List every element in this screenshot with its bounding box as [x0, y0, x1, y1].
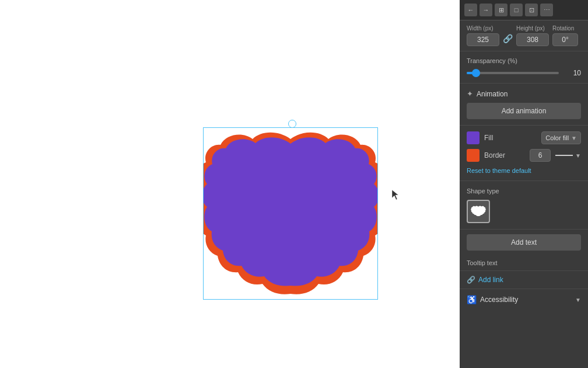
dimensions-section: Width (px) 🔗 Height (px) Rotation	[460, 20, 588, 51]
add-text-button[interactable]: Add text	[467, 234, 581, 251]
width-input[interactable]	[467, 33, 499, 46]
add-animation-button[interactable]: Add animation	[467, 103, 581, 119]
link-dimensions-icon[interactable]: 🔗	[503, 34, 513, 43]
rotation-input[interactable]	[552, 33, 578, 46]
border-row: Border ▼	[467, 149, 581, 162]
panel-toolbar: ← → ⊞ □ ⊡ ⋯	[460, 0, 588, 20]
toolbar-back-btn[interactable]: ←	[464, 4, 477, 16]
cloud-shape-icon	[471, 205, 486, 218]
transparency-value: 10	[564, 69, 581, 77]
add-link-button[interactable]: 🔗 Add link	[467, 276, 503, 284]
toolbar-grid-btn[interactable]: ⊞	[495, 4, 508, 16]
height-group: Height (px)	[516, 25, 549, 46]
toolbar-more-btn[interactable]: ⋯	[540, 4, 553, 16]
right-panel: ← → ⊞ □ ⊡ ⋯ Width (px) 🔗 Height (px) Rot…	[460, 0, 588, 368]
fill-type-dropdown[interactable]: Color fill ▼	[541, 131, 581, 144]
border-style-chevron: ▼	[575, 152, 581, 159]
link-icon: 🔗	[467, 276, 475, 284]
width-label: Width (px)	[467, 25, 499, 32]
rotation-group: Rotation	[552, 25, 578, 46]
reset-theme-button[interactable]: Reset to theme default	[467, 167, 531, 174]
canvas-area	[0, 0, 460, 368]
transparency-slider-track[interactable]	[467, 72, 559, 74]
fill-type-chevron: ▼	[571, 135, 577, 141]
fill-label: Fill	[484, 134, 537, 142]
animation-label: Animation	[477, 90, 508, 98]
add-link-row: 🔗 Add link	[460, 271, 588, 289]
border-color-swatch[interactable]	[467, 149, 480, 162]
cursor-icon	[392, 190, 399, 200]
shape-type-section: Shape type	[460, 181, 588, 230]
toolbar-align-btn[interactable]: ⊡	[525, 4, 538, 16]
cloud-shape[interactable]	[203, 127, 378, 300]
shape-cloud-button[interactable]	[467, 200, 490, 223]
accessibility-chevron: ▼	[575, 297, 581, 303]
toolbar-forward-btn[interactable]: →	[480, 4, 492, 16]
accessibility-label: Accessibility	[480, 296, 572, 304]
add-link-label: Add link	[478, 276, 503, 284]
transparency-label: Transparency (%)	[467, 57, 581, 64]
animation-header: ✦ Animation	[467, 89, 581, 98]
transparency-row: 10	[467, 69, 581, 77]
border-value-input[interactable]	[530, 149, 551, 162]
fill-type-value: Color fill	[545, 134, 569, 141]
shape-preview-grid	[467, 200, 581, 223]
transparency-slider-thumb[interactable]	[472, 69, 480, 77]
toolbar-box-btn[interactable]: □	[510, 4, 523, 16]
fill-color-swatch[interactable]	[467, 131, 480, 144]
rotation-handle[interactable]	[288, 120, 296, 128]
border-label: Border	[484, 151, 525, 159]
animation-icon: ✦	[467, 89, 473, 98]
height-label: Height (px)	[516, 25, 549, 32]
accessibility-icon: ♿	[467, 295, 477, 304]
fill-border-section: Fill Color fill ▼ Border ▼ Reset to them…	[460, 126, 588, 181]
fill-row: Fill Color fill ▼	[467, 131, 581, 144]
transparency-section: Transparency (%) 10	[460, 51, 588, 84]
accessibility-row[interactable]: ♿ Accessibility ▼	[460, 289, 588, 310]
tooltip-section: Tooltip text	[460, 255, 588, 271]
border-style-dropdown[interactable]: ▼	[555, 152, 581, 159]
rotation-label: Rotation	[552, 25, 578, 32]
border-line-preview	[555, 155, 573, 156]
height-input[interactable]	[516, 33, 549, 46]
shape-type-label: Shape type	[467, 188, 499, 195]
tooltip-label: Tooltip text	[467, 259, 498, 266]
animation-section: ✦ Animation Add animation	[460, 84, 588, 126]
width-group: Width (px)	[467, 25, 499, 46]
